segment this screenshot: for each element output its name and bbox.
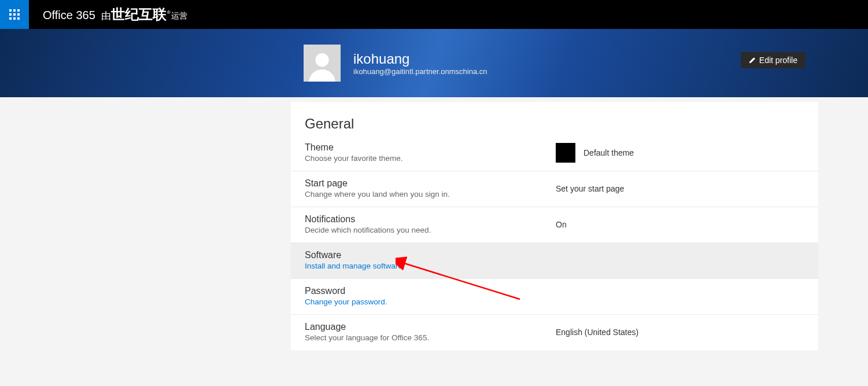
- svg-point-0: [315, 53, 328, 67]
- row-desc: Choose your favorite theme.: [305, 154, 556, 163]
- pencil-icon: [749, 57, 756, 64]
- row-value: Set your start page: [556, 184, 624, 193]
- app-launcher-button[interactable]: [0, 0, 29, 29]
- row-start-page[interactable]: Start page Change where you land when yo…: [291, 171, 818, 207]
- row-title: Theme: [305, 142, 556, 153]
- row-password[interactable]: Password Change your password.: [291, 279, 818, 315]
- row-title: Language: [305, 322, 556, 332]
- topbar: Office 365 由 世纪互联 运营: [0, 0, 868, 29]
- row-desc: Change where you land when you sign in.: [305, 190, 556, 198]
- row-title: Start page: [305, 178, 556, 189]
- row-value: Default theme: [583, 148, 634, 157]
- user-email: ikohuang@gaitintl.partner.onmschina.cn: [353, 67, 487, 76]
- brand-title: Office 365: [43, 9, 95, 22]
- user-display-name: ikohuang: [353, 51, 487, 67]
- row-desc: Decide which notifications you need.: [305, 226, 556, 234]
- password-link[interactable]: Change your password.: [305, 297, 556, 306]
- person-icon: [306, 49, 338, 82]
- row-language[interactable]: Language Select your language for Office…: [291, 315, 818, 350]
- waffle-icon: [9, 9, 20, 20]
- brand-block: Office 365 由 世纪互联 运营: [43, 5, 187, 24]
- row-title: Software: [305, 250, 556, 260]
- row-value: English (United States): [556, 328, 638, 337]
- user-block: ikohuang ikohuang@gaitintl.partner.onmsc…: [353, 51, 487, 76]
- row-title: Notifications: [305, 214, 556, 225]
- avatar: [304, 45, 341, 82]
- settings-card: General Theme Choose your favorite theme…: [291, 102, 818, 350]
- theme-swatch: [556, 143, 575, 163]
- row-value: On: [556, 220, 567, 229]
- profile-banner: ikohuang ikohuang@gaitintl.partner.onmsc…: [0, 29, 868, 97]
- software-link[interactable]: Install and manage software.: [305, 262, 556, 270]
- row-software[interactable]: Software Install and manage software.: [291, 243, 818, 279]
- row-desc: Select your language for Office 365.: [305, 333, 556, 342]
- row-notifications[interactable]: Notifications Decide which notifications…: [291, 207, 818, 243]
- row-theme[interactable]: Theme Choose your favorite theme. Defaul…: [291, 135, 818, 171]
- edit-profile-label: Edit profile: [759, 56, 797, 65]
- brand-operator: 由 世纪互联 运营: [101, 5, 187, 24]
- edit-profile-button[interactable]: Edit profile: [741, 52, 806, 68]
- section-title: General: [291, 102, 818, 135]
- row-title: Password: [305, 286, 556, 296]
